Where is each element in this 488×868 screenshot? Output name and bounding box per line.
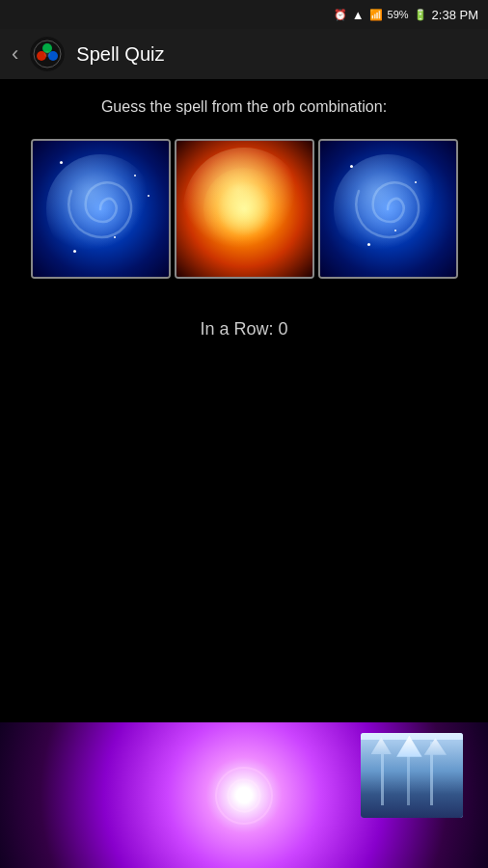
battery-text: 59% <box>388 9 409 20</box>
orb-slot-2 <box>175 139 314 279</box>
toolbar: ‹ Spell Quiz <box>0 29 488 79</box>
time-display: 2:38 PM <box>432 8 478 22</box>
emp-image <box>248 732 352 819</box>
orb-combination <box>31 139 458 279</box>
answers-section: Forge spirits Tornado <box>0 722 488 868</box>
blue-orb-1 <box>33 141 169 277</box>
status-icons: ⏰ ▲ 📶 59% 🔋 2:38 PM <box>334 8 478 22</box>
main-content: Guess the spell from the orb combination… <box>0 79 488 397</box>
emp-visual <box>249 733 351 818</box>
app-icon <box>30 37 65 71</box>
fire-orb <box>176 141 312 277</box>
alarm-icon: ⏰ <box>334 9 347 21</box>
ice-wall-image <box>360 732 464 819</box>
battery-icon: 🔋 <box>414 9 427 21</box>
spiral-icon <box>57 166 144 253</box>
score-display: In a Row: 0 <box>200 319 287 339</box>
signal-icon: 📶 <box>369 9 383 21</box>
instruction-text: Guess the spell from the orb combination… <box>101 98 387 116</box>
ice-wall-visual <box>361 733 463 818</box>
orb-slot-1 <box>31 139 171 279</box>
orb-slot-3 <box>318 139 458 279</box>
status-bar: ⏰ ▲ 📶 59% 🔋 2:38 PM <box>0 0 488 29</box>
spiral-icon-2 <box>344 166 431 253</box>
wifi-icon: ▲ <box>352 8 365 22</box>
svg-point-6 <box>44 51 50 57</box>
blue-orb-2 <box>320 141 456 277</box>
answers-grid: Forge spirits Tornado <box>10 732 478 839</box>
back-icon[interactable]: ‹ <box>12 41 18 67</box>
toolbar-title: Spell Quiz <box>76 43 164 66</box>
answer-emp[interactable]: Emp <box>248 732 352 839</box>
